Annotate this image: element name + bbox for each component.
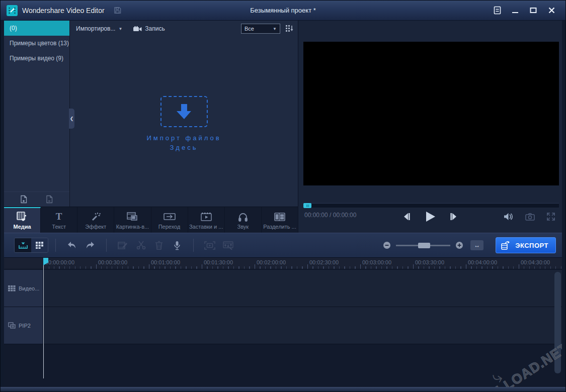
track-video-header[interactable]: Видео... bbox=[4, 270, 43, 307]
toolbar-divider bbox=[106, 239, 107, 252]
export-button[interactable]: ЭКСПОРТ bbox=[496, 237, 556, 253]
video-track-icon bbox=[8, 285, 16, 291]
text-icon: T bbox=[56, 211, 62, 222]
minimize-button[interactable] bbox=[508, 5, 522, 16]
snapshot-icon[interactable] bbox=[525, 213, 535, 221]
sidebar-footer bbox=[4, 191, 69, 207]
tab-label: Эффект bbox=[85, 224, 106, 230]
toolbar-divider bbox=[55, 239, 56, 252]
undo-button[interactable] bbox=[63, 238, 81, 253]
tab-pip[interactable]: Картинка-в... bbox=[114, 207, 151, 233]
media-browser: (0) Примеры цветов (13) Примеры видео (9… bbox=[4, 21, 298, 207]
close-button[interactable] bbox=[544, 5, 558, 16]
storyboard-view-button[interactable] bbox=[31, 238, 48, 252]
timeline-empty-area[interactable] bbox=[4, 344, 562, 387]
delete-button[interactable] bbox=[150, 238, 168, 253]
toolbar-divider bbox=[193, 239, 194, 252]
ruler-label: 00:04:00:00 bbox=[468, 259, 497, 265]
ruler-label: 00:03:30:00 bbox=[415, 259, 444, 265]
timeline-zoom-slider[interactable] bbox=[396, 245, 450, 246]
tab-intro-credit[interactable]: Заставки и ... bbox=[188, 207, 225, 233]
transport-buttons bbox=[402, 211, 458, 223]
media-icon bbox=[17, 211, 28, 222]
track-video-lane[interactable] bbox=[43, 270, 562, 307]
window-bottom-frame bbox=[1, 387, 565, 391]
tab-transition[interactable]: Переход bbox=[151, 207, 188, 233]
video-viewport bbox=[303, 42, 559, 185]
ruler-label: 00:00:30:00 bbox=[98, 259, 127, 265]
app-title: Wondershare Video Editor bbox=[22, 7, 105, 15]
scene-detection-button[interactable] bbox=[201, 238, 219, 253]
tab-sound[interactable]: Звук bbox=[225, 207, 262, 233]
toolbar-right: ↔ ЭКСПОРТ bbox=[383, 237, 556, 253]
export-label: ЭКСПОРТ bbox=[515, 242, 548, 249]
ruler-label: 00:04:30:00 bbox=[521, 259, 550, 265]
ruler-label: 00:02:30:00 bbox=[309, 259, 339, 265]
zoom-out-icon[interactable] bbox=[383, 241, 391, 249]
timeline-view-button[interactable] bbox=[15, 238, 31, 252]
volume-icon[interactable] bbox=[504, 213, 513, 221]
export-icon bbox=[501, 241, 511, 250]
download-arrow-icon bbox=[175, 103, 194, 120]
tab-split-screen[interactable]: Разделить ... bbox=[262, 207, 298, 233]
zoom-slider-handle[interactable] bbox=[418, 243, 430, 248]
previous-frame-button[interactable] bbox=[402, 212, 411, 221]
asset-tab-bar: Медиа T Текст Эффект bbox=[4, 207, 298, 233]
playhead-line bbox=[43, 263, 44, 378]
filter-select[interactable]: Все ▼ bbox=[241, 24, 280, 34]
seek-bar[interactable] bbox=[303, 203, 559, 208]
track-pip2: PIP2 bbox=[4, 307, 562, 344]
time-display: 00:00:00 / 00:00:00 bbox=[304, 212, 356, 219]
media-panel-toolbar-right: Все ▼ bbox=[241, 24, 294, 34]
edit-toolbar: ↔ ЭКСПОРТ bbox=[4, 233, 562, 258]
import-dropdown[interactable]: Импортиров... ▼ bbox=[76, 25, 122, 32]
tab-media[interactable]: Медиа bbox=[4, 207, 41, 233]
add-folder-icon[interactable] bbox=[20, 195, 28, 204]
import-dropdown-label: Импортиров... bbox=[76, 25, 115, 32]
audio-mixer-button[interactable] bbox=[219, 238, 237, 253]
save-icon[interactable] bbox=[114, 7, 121, 14]
sidebar-item-current-folder[interactable]: (0) bbox=[4, 21, 69, 36]
zoom-fit-button[interactable]: ↔ bbox=[470, 240, 483, 250]
record-voiceover-button[interactable] bbox=[168, 238, 186, 253]
tab-label: Картинка-в... bbox=[116, 224, 149, 230]
tab-effect[interactable]: Эффект bbox=[77, 207, 114, 233]
ruler-label: 00:02:00:00 bbox=[257, 259, 286, 265]
media-panel-toolbar: Импортиров... ▼ Запись bbox=[70, 21, 298, 37]
play-button[interactable] bbox=[424, 211, 436, 223]
transition-icon bbox=[164, 211, 176, 222]
media-library-sidebar: (0) Примеры цветов (13) Примеры видео (9… bbox=[4, 21, 70, 207]
import-dropzone-box bbox=[160, 96, 208, 127]
magic-wand-icon bbox=[91, 211, 101, 222]
timeline-ruler[interactable]: 00:00:00:00 00:00:30:00 00:01:00:00 00:0… bbox=[4, 258, 562, 269]
zoom-in-icon[interactable] bbox=[455, 241, 463, 249]
tab-text[interactable]: T Текст bbox=[41, 207, 77, 233]
timeline-scrollbar[interactable] bbox=[554, 272, 561, 373]
picture-in-picture-icon bbox=[127, 211, 138, 222]
window-menu-button[interactable] bbox=[490, 5, 504, 16]
timeline-panel: 00:00:00:00 00:00:30:00 00:01:00:00 00:0… bbox=[4, 258, 562, 387]
intro-clip-icon bbox=[201, 211, 212, 222]
edit-clip-button[interactable] bbox=[114, 238, 132, 253]
sidebar-item-sample-videos[interactable]: Примеры видео (9) bbox=[4, 51, 69, 66]
track-video: Видео... bbox=[4, 270, 562, 307]
track-pip2-lane[interactable] bbox=[43, 307, 562, 344]
split-scissors-button[interactable] bbox=[132, 238, 150, 253]
sidebar-collapse-handle[interactable]: ❮ bbox=[69, 109, 74, 129]
remove-folder-icon[interactable] bbox=[46, 195, 53, 204]
sort-view-icon[interactable] bbox=[285, 25, 294, 33]
track-pip2-header[interactable]: PIP2 bbox=[4, 307, 43, 344]
media-browser-column: (0) Примеры цветов (13) Примеры видео (9… bbox=[4, 21, 298, 233]
track-label: Видео... bbox=[19, 285, 39, 291]
import-dropzone-text: Импорт файлов Здесь bbox=[146, 133, 221, 152]
sidebar-item-sample-colors[interactable]: Примеры цветов (13) bbox=[4, 36, 69, 51]
workspace: (0) Примеры цветов (13) Примеры видео (9… bbox=[4, 21, 562, 233]
redo-button[interactable] bbox=[81, 238, 99, 253]
record-button[interactable]: Запись bbox=[133, 25, 165, 32]
next-frame-button[interactable] bbox=[449, 212, 458, 221]
import-dropzone[interactable]: Импорт файлов Здесь bbox=[146, 96, 221, 152]
tab-label: Звук bbox=[237, 224, 249, 230]
chevron-down-icon: ▼ bbox=[273, 27, 277, 31]
maximize-button[interactable] bbox=[526, 5, 540, 16]
fullscreen-icon[interactable] bbox=[547, 213, 555, 221]
